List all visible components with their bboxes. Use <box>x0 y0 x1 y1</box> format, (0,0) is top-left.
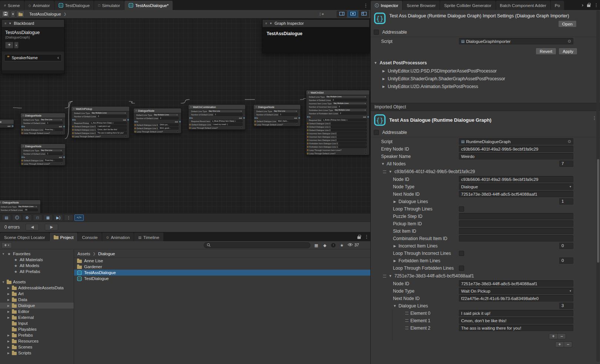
node-output-port[interactable] <box>12 125 13 127</box>
tab-project[interactable]: Project <box>50 233 78 242</box>
node-toggle[interactable] <box>365 149 367 151</box>
tree-item-assets[interactable]: ▼Assets <box>0 279 74 285</box>
dialoguenode-node[interactable]: ≡DialogueNodeDefault Line TypeSay One Li… <box>20 113 66 135</box>
node-output-port[interactable] <box>63 126 65 127</box>
addressable-checkbox[interactable] <box>374 30 379 35</box>
search-field[interactable] <box>204 242 310 248</box>
node-line-field[interactable]: Mmh, good... <box>159 127 179 129</box>
visibility-toggle[interactable]: 37 <box>347 243 359 247</box>
node-dropdown[interactable]: Say One Line▾ <box>273 110 298 112</box>
node-line-field[interactable]: I said pick it up! <box>96 125 127 128</box>
tree-item-input[interactable]: Input <box>0 320 74 326</box>
postprocessors-foldout[interactable]: ▼ Asset PostProcessors <box>371 59 600 67</box>
property-value-field[interactable]: I said pick it up! <box>459 310 573 316</box>
grid-icon[interactable]: ▦ <box>43 215 53 221</box>
collapse-arrow-icon[interactable]: ▼ <box>9 22 11 25</box>
node-dropdown[interactable]: Say One Line▾ <box>40 118 63 121</box>
collapse-arrow-icon[interactable]: ▼ <box>269 22 272 25</box>
checkbox[interactable] <box>459 206 464 212</box>
array-size-field[interactable]: 1 <box>559 198 573 205</box>
array-size-field[interactable]: 3 <box>559 303 573 309</box>
node-output-port[interactable] <box>63 156 65 158</box>
node-input-port[interactable] <box>21 156 23 158</box>
graph-inspector-panel[interactable]: ≡ ▼ Graph Inspector TestAssDialogue <box>262 19 370 53</box>
tab-scene[interactable]: #Scene <box>0 1 24 10</box>
foldout-arrow-icon[interactable]: ▶ <box>382 77 386 81</box>
tree-arrow-icon[interactable]: ▶ <box>7 310 10 313</box>
node-dropdown[interactable]: Say Multiple Lines▾ <box>334 109 367 111</box>
dialoguenode-node[interactable]: ≡DialogueNodeDefault Line TypeSay One Li… <box>253 104 301 127</box>
dialoguenode-node[interactable]: ≡DialogueNodeDefault Line TypeSay One Li… <box>20 144 66 166</box>
node-object-field[interactable]: s_Bottle (Pickup Item Data)⊙ <box>322 119 367 121</box>
search-input[interactable] <box>213 243 307 247</box>
foldout-arrow-icon[interactable]: ▼ <box>389 274 392 278</box>
menu-icon[interactable]: ≡ <box>4 21 6 25</box>
play-icon[interactable]: ▶) <box>54 215 63 221</box>
node-toggle-port[interactable] <box>254 124 256 125</box>
save-search-icon[interactable]: ▦ <box>313 242 320 248</box>
create-asset-button[interactable]: +▾ <box>1 242 12 248</box>
asset-item-testdialogue[interactable]: {}TestDialogue <box>74 276 370 282</box>
node-foldout-header[interactable]: ▼c93b5606-401f-49a2-99b5-9ecbf1fa9c29 <box>371 168 600 175</box>
tab-testdialogue[interactable]: {}TestDialogue <box>54 1 94 10</box>
node-line-port[interactable] <box>307 126 309 128</box>
node-number-field[interactable]: 2 <box>159 117 179 119</box>
property-value-field[interactable]: The ass is waiting there for you! <box>459 325 573 331</box>
node-line-port[interactable] <box>134 128 136 129</box>
node-line-field[interactable]: Pssst boy,... <box>44 159 63 162</box>
tab-po[interactable]: Po <box>551 1 564 10</box>
tree-arrow-icon[interactable]: ▶ <box>7 298 10 301</box>
node-toggle[interactable] <box>61 163 63 165</box>
tree-arrow-icon[interactable]: ▼ <box>1 280 5 284</box>
tree-item-playables[interactable]: Playables <box>0 326 74 332</box>
node-toggle-port[interactable] <box>21 132 23 134</box>
menu-icon[interactable]: ≡ <box>265 21 267 25</box>
add-element-button[interactable]: + <box>556 342 564 347</box>
graph-inspector-header[interactable]: ≡ ▼ Graph Inspector <box>263 20 369 27</box>
node-line-port[interactable] <box>254 121 256 122</box>
tree-item-all-models[interactable]: ★All Models <box>0 263 74 269</box>
node-line-field[interactable] <box>337 135 367 138</box>
tree-arrow-icon[interactable]: ▶ <box>7 292 10 296</box>
node-number-field[interactable]: 2 <box>339 112 367 115</box>
node-dropdown[interactable]: Say One Line▾ <box>40 149 63 152</box>
tree-item-art[interactable]: ▶Art <box>0 291 74 297</box>
tree-item-external[interactable]: ▶External <box>0 314 74 320</box>
node-toggle-port[interactable] <box>21 163 23 165</box>
foldout-arrow-icon[interactable]: ▼ <box>381 162 385 166</box>
tab-scene-browser[interactable]: Scene Browser <box>403 1 440 10</box>
breadcrumb-root[interactable]: Assets <box>77 252 90 256</box>
node-input-port[interactable] <box>189 117 191 119</box>
graph-inspector-toggle[interactable] <box>348 11 358 17</box>
blackboard-toggle[interactable] <box>359 11 369 17</box>
node-line-port[interactable] <box>307 133 309 134</box>
graph-breadcrumb-item[interactable]: TestAssDialogue <box>29 12 61 16</box>
node-dropdown[interactable]: Say Multiple Lines▾ <box>326 95 367 98</box>
node-line-field[interactable] <box>339 145 367 148</box>
node-line-port[interactable] <box>307 129 309 131</box>
open-button[interactable]: Open <box>558 20 577 27</box>
foldout-arrow-icon[interactable]: ▶ <box>393 200 397 203</box>
node-line-field[interactable] <box>339 142 367 145</box>
node-foldout-header[interactable]: ▼7251e73e-38d3-44ff-a8c5-bcf54088aaf1 <box>371 272 600 280</box>
drag-handle-icon[interactable] <box>383 275 386 277</box>
foldout-arrow-icon[interactable]: ▼ <box>389 170 392 173</box>
property-value-field[interactable]: f22a475e-4c2f-41c6-9b73-6a83498abfe0 <box>459 295 573 301</box>
tree-arrow-icon[interactable]: ▶ <box>7 286 10 290</box>
tree-item-prefabs[interactable]: ▶Prefabs <box>0 332 74 338</box>
code-view-toggle[interactable]: </> <box>74 215 84 221</box>
asset-item-gardener[interactable]: Gardener <box>74 264 370 270</box>
tree-item-favorites[interactable]: ▼★Favorites <box>0 251 74 257</box>
lock-icon[interactable] <box>357 236 361 239</box>
object-picker-icon[interactable]: ⊙ <box>568 39 571 44</box>
object-picker-icon[interactable]: ⊙ <box>568 139 571 144</box>
tree-item-dialogue[interactable]: ▶Dialogue <box>0 303 74 309</box>
property-value-field[interactable]: c93b5606-401f-49a2-99b5-9ecbf1fa9c29 <box>459 176 573 182</box>
node-output-port[interactable] <box>179 121 181 122</box>
tab-testassdialogue[interactable]: {}TestAssDialogue* <box>124 1 173 10</box>
node-line-field[interactable] <box>331 125 367 128</box>
property-value-field[interactable]: Cmon, don't be like this! <box>459 317 573 324</box>
node-toggle-port[interactable] <box>72 136 74 137</box>
node-input-port[interactable] <box>307 116 309 118</box>
tab-inspector[interactable]: iInspector <box>371 1 402 10</box>
